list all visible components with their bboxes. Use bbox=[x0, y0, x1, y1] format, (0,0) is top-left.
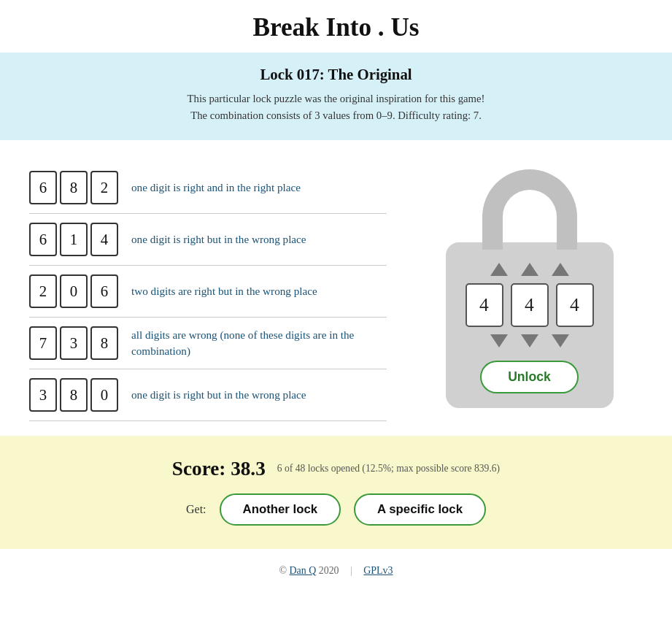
footer: © Dan Q 2020 | GPLv3 bbox=[0, 549, 672, 584]
arrows-up-row bbox=[490, 263, 569, 276]
clue-digit-box: 3 bbox=[60, 326, 88, 360]
clue-digit-box: 6 bbox=[29, 171, 57, 204]
clue-digit-box: 0 bbox=[90, 378, 118, 412]
lock-arrow-up[interactable] bbox=[552, 263, 569, 276]
clues-table: 682one digit is right and in the right p… bbox=[29, 162, 387, 421]
clue-row: 380one digit is right but in the wrong p… bbox=[29, 369, 387, 421]
lock-visual: 444 Unlock bbox=[446, 169, 614, 408]
score-label: Score: bbox=[172, 458, 225, 480]
score-main: Score: 38.3 bbox=[172, 458, 266, 480]
score-detail: 6 of 48 locks opened (12.5%; max possibl… bbox=[277, 463, 500, 474]
lock-desc-line2: The combination consists of 3 values fro… bbox=[190, 109, 482, 121]
clue-digits: 614 bbox=[29, 223, 118, 256]
clue-digit-box: 4 bbox=[90, 223, 118, 256]
lock-digit-box[interactable]: 4 bbox=[511, 283, 549, 327]
lock-banner: Lock 017: The Original This particular l… bbox=[0, 53, 672, 140]
footer-gpl-link[interactable]: GPLv3 bbox=[363, 565, 393, 576]
clue-digits: 682 bbox=[29, 171, 118, 204]
lock-arrow-up[interactable] bbox=[490, 263, 508, 276]
footer-dan-q-link[interactable]: Dan Q bbox=[290, 565, 317, 576]
footer-separator: | bbox=[350, 565, 352, 576]
lock-desc-line1: This particular lock puzzle was the orig… bbox=[188, 93, 485, 104]
arrows-down-row bbox=[490, 334, 569, 347]
clue-digit-box: 8 bbox=[90, 326, 118, 360]
lock-container: 444 Unlock bbox=[409, 162, 650, 408]
unlock-button[interactable]: Unlock bbox=[480, 361, 579, 393]
lock-arrow-up[interactable] bbox=[521, 263, 538, 276]
clue-digit-box: 3 bbox=[29, 378, 57, 412]
clue-text: two digits are right but in the wrong pl… bbox=[131, 283, 387, 299]
lock-shackle bbox=[482, 169, 577, 250]
score-line: Score: 38.3 6 of 48 locks opened (12.5%;… bbox=[15, 458, 657, 480]
footer-copyright: © bbox=[279, 565, 290, 576]
clue-digits: 738 bbox=[29, 326, 118, 360]
clue-row: 738all digits are wrong (none of these d… bbox=[29, 318, 387, 369]
lock-arrow-down[interactable] bbox=[521, 334, 538, 347]
clue-text: one digit is right and in the right plac… bbox=[131, 180, 387, 196]
lock-digit-box[interactable]: 4 bbox=[466, 283, 503, 327]
clue-digit-box: 2 bbox=[90, 171, 118, 204]
clue-text: all digits are wrong (none of these digi… bbox=[131, 327, 387, 359]
clue-digits: 380 bbox=[29, 378, 118, 412]
score-value: 38.3 bbox=[231, 458, 266, 480]
clue-digit-box: 6 bbox=[90, 274, 118, 308]
lock-body: 444 Unlock bbox=[446, 242, 614, 408]
lock-arrow-down[interactable] bbox=[490, 334, 508, 347]
footer-year: 2020 bbox=[319, 565, 339, 576]
clue-digit-box: 0 bbox=[60, 274, 88, 308]
score-buttons: Get: Another lock A specific lock bbox=[15, 493, 657, 526]
clue-digit-box: 7 bbox=[29, 326, 57, 360]
clue-digit-box: 8 bbox=[60, 378, 88, 412]
specific-lock-button[interactable]: A specific lock bbox=[354, 493, 486, 526]
clue-digit-box: 2 bbox=[29, 274, 57, 308]
clue-text: one digit is right but in the wrong plac… bbox=[131, 231, 387, 247]
score-banner: Score: 38.3 6 of 48 locks opened (12.5%;… bbox=[0, 436, 672, 549]
clue-row: 614one digit is right but in the wrong p… bbox=[29, 214, 387, 266]
clue-row: 206two digits are right but in the wrong… bbox=[29, 266, 387, 318]
lock-arrow-down[interactable] bbox=[552, 334, 569, 347]
clue-digits: 206 bbox=[29, 274, 118, 308]
another-lock-button[interactable]: Another lock bbox=[220, 493, 341, 526]
lock-digit-box[interactable]: 4 bbox=[556, 283, 594, 327]
clue-row: 682one digit is right and in the right p… bbox=[29, 162, 387, 214]
clue-digit-box: 8 bbox=[60, 171, 88, 204]
puzzle-area: 682one digit is right and in the right p… bbox=[0, 140, 672, 436]
clue-digit-box: 1 bbox=[60, 223, 88, 256]
clue-digit-box: 6 bbox=[29, 223, 57, 256]
lock-title: Lock 017: The Original bbox=[15, 66, 657, 83]
get-label: Get: bbox=[186, 503, 206, 516]
page-title: Break Into . Us bbox=[0, 0, 672, 53]
lock-digits-row: 444 bbox=[466, 283, 594, 327]
clue-text: one digit is right but in the wrong plac… bbox=[131, 387, 387, 403]
